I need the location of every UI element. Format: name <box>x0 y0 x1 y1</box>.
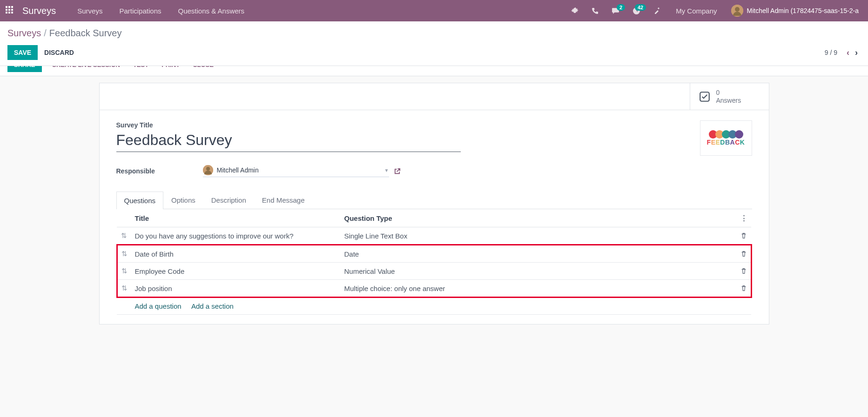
table-row[interactable]: ⇅ Date of Birth Date <box>117 245 751 263</box>
tab-questions[interactable]: Questions <box>116 192 164 209</box>
question-type[interactable]: Multiple choice: only one answer <box>341 280 737 298</box>
drag-handle-icon[interactable]: ⇅ <box>117 280 131 298</box>
responsible-avatar <box>203 165 213 175</box>
bug-icon[interactable] <box>566 7 583 14</box>
top-navbar: Surveys Surveys Participations Questions… <box>0 0 868 21</box>
external-link-icon[interactable] <box>394 168 401 175</box>
drag-handle-icon[interactable]: ⇅ <box>117 227 131 245</box>
activities-badge: 42 <box>635 4 646 11</box>
app-brand[interactable]: Surveys <box>22 6 56 16</box>
pager-next-icon[interactable]: › <box>852 48 861 58</box>
answers-count: 0 <box>716 89 741 97</box>
survey-title-label: Survey Title <box>116 121 752 129</box>
add-question-link[interactable]: Add a question <box>135 302 182 310</box>
question-type[interactable]: Single Line Text Box <box>341 227 737 245</box>
col-type: Question Type <box>341 209 737 227</box>
avatar <box>731 5 743 17</box>
messages-badge: 2 <box>617 4 625 11</box>
answers-label: Answers <box>716 97 741 105</box>
breadcrumb-sep: / <box>44 28 47 39</box>
question-title[interactable]: Do you have any suggestions to improve o… <box>131 227 341 245</box>
share-button[interactable]: SHARE <box>7 66 42 72</box>
tabs: Questions Options Description End Messag… <box>116 191 752 209</box>
responsible-value: Mitchell Admin <box>217 166 259 174</box>
tab-options[interactable]: Options <box>163 191 203 209</box>
questions-table: Title Question Type ⋮ ⇅ Do you have any … <box>116 209 752 315</box>
svg-point-1 <box>735 7 740 12</box>
trash-icon[interactable] <box>737 263 752 280</box>
apps-icon[interactable] <box>6 6 15 15</box>
question-title[interactable]: Job position <box>131 280 341 298</box>
drag-handle-icon[interactable]: ⇅ <box>117 245 131 263</box>
discard-button[interactable]: DISCARD <box>38 45 81 60</box>
form-sheet: 0 Answers FEEDBACK Survey Title Responsi… <box>99 83 769 324</box>
trash-icon[interactable] <box>737 280 752 298</box>
messages-icon[interactable]: 2 <box>607 7 624 15</box>
user-name: Mitchell Admin (17824475-saas-15-2-a <box>747 7 859 14</box>
table-row[interactable]: ⇅ Employee Code Numerical Value <box>117 263 751 280</box>
pager-text[interactable]: 9 / 9 <box>825 49 837 56</box>
question-title[interactable]: Employee Code <box>131 263 341 280</box>
nav-surveys[interactable]: Surveys <box>71 7 109 15</box>
pager-prev-icon[interactable]: ‹ <box>844 48 852 58</box>
trash-icon[interactable] <box>737 227 752 245</box>
col-title: Title <box>131 209 341 227</box>
responsible-label: Responsible <box>116 167 203 175</box>
table-row[interactable]: ⇅ Job position Multiple choice: only one… <box>117 280 751 298</box>
drag-handle-icon[interactable]: ⇅ <box>117 263 131 280</box>
table-row[interactable]: ⇅ Do you have any suggestions to improve… <box>117 227 751 245</box>
save-button[interactable]: SAVE <box>7 45 38 60</box>
create-live-session-button[interactable]: CREATE LIVE SESSION <box>49 66 123 72</box>
answers-stat-button[interactable]: 0 Answers <box>690 83 769 110</box>
check-icon <box>699 91 711 103</box>
add-section-link[interactable]: Add a section <box>191 302 234 310</box>
user-menu[interactable]: Mitchell Admin (17824475-saas-15-2-a <box>727 5 862 17</box>
tab-end-message[interactable]: End Message <box>254 191 313 209</box>
tools-icon[interactable] <box>649 7 666 14</box>
survey-image[interactable]: FEEDBACK <box>700 120 752 156</box>
breadcrumb-root[interactable]: Surveys <box>7 28 41 39</box>
nav-questions-answers[interactable]: Questions & Answers <box>171 7 251 15</box>
svg-point-4 <box>206 167 210 171</box>
breadcrumb: Surveys / Feedback Survey <box>0 21 868 43</box>
company-selector[interactable]: My Company <box>669 7 723 15</box>
phone-icon[interactable] <box>587 7 603 14</box>
status-bar: SHARE CREATE LIVE SESSION TEST PRINT CLO… <box>0 66 868 76</box>
actions-bar: SAVE DISCARD 9 / 9 ‹ › <box>0 43 868 66</box>
test-button[interactable]: TEST <box>130 66 151 72</box>
close-button[interactable]: CLOSE <box>190 66 216 72</box>
kebab-icon[interactable]: ⋮ <box>737 209 752 227</box>
print-button[interactable]: PRINT <box>159 66 182 72</box>
tab-description[interactable]: Description <box>203 191 254 209</box>
activities-icon[interactable]: 42 <box>628 7 645 15</box>
question-type[interactable]: Numerical Value <box>341 263 737 280</box>
breadcrumb-current: Feedback Survey <box>49 28 122 39</box>
question-title[interactable]: Date of Birth <box>131 245 341 263</box>
survey-title-input[interactable] <box>116 131 461 152</box>
caret-down-icon: ▼ <box>384 168 389 173</box>
question-type[interactable]: Date <box>341 245 737 263</box>
nav-participations[interactable]: Participations <box>113 7 168 15</box>
trash-icon[interactable] <box>737 245 752 263</box>
feedback-bubbles-icon <box>710 130 742 139</box>
stat-button-box: 0 Answers <box>100 83 769 110</box>
responsible-field[interactable]: Mitchell Admin ▼ <box>203 165 389 177</box>
